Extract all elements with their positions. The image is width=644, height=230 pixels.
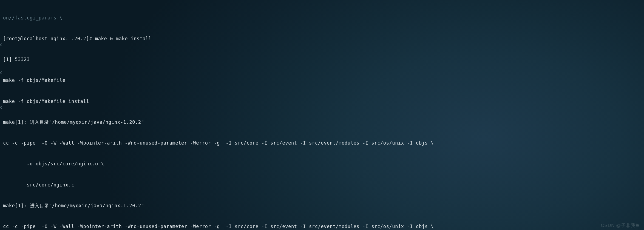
edge-indicator: c [0,41,2,48]
terminal[interactable]: on//fastcgi_params \ [root@localhost ngi… [0,0,644,230]
command-line-1: [root@localhost nginx-1.20.2]# make & ma… [3,35,644,42]
edge-indicator: c [0,69,2,76]
edge-indicator: c [0,104,2,111]
output-line: make[1]: 进入目录"/home/myqxin/java/nginx-1.… [3,119,644,126]
output-line: cc -c -pipe -O -W -Wall -Wpointer-arith … [3,223,644,230]
output-line: -o objs/src/core/nginx.o \ [3,160,644,167]
output-line: make -f objs/Makefile install [3,98,644,105]
prompt: [root@localhost nginx-1.20.2]# [3,36,92,41]
output-line: make[1]: 进入目录"/home/myqxin/java/nginx-1.… [3,202,644,209]
truncated-top-line: on//fastcgi_params \ [3,15,644,21]
output-line: make -f objs/Makefile [3,77,644,84]
output-line: cc -c -pipe -O -W -Wall -Wpointer-arith … [3,140,644,146]
typed-command: make & make install [95,36,152,41]
watermark: CSDN @子非我鱼 [601,222,640,229]
output-line: src/core/nginx.c [3,182,644,188]
output-line: [1] 53323 [3,56,644,63]
